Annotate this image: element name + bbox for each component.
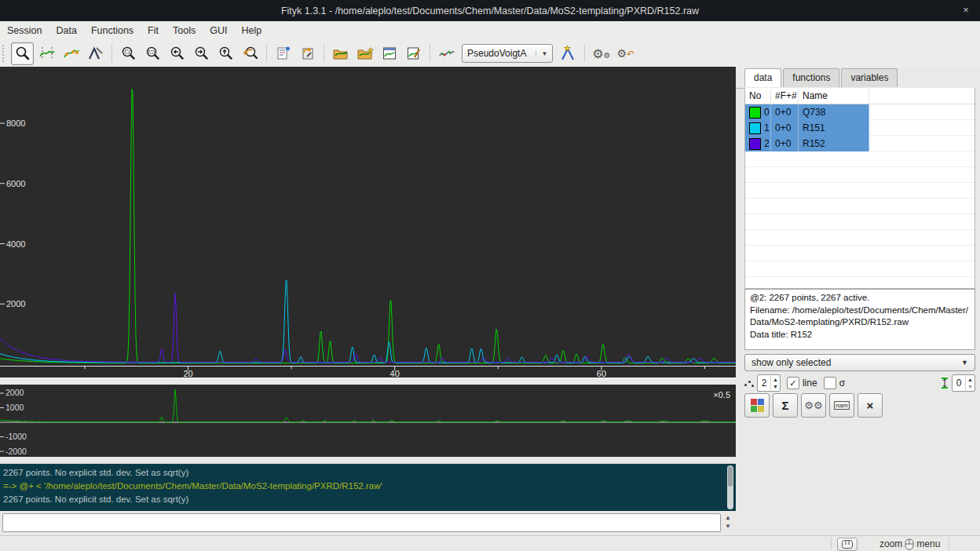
- menu-help[interactable]: Help: [234, 22, 269, 39]
- menu-fit[interactable]: Fit: [141, 22, 166, 39]
- tab-functions[interactable]: functions: [783, 68, 839, 87]
- show-filter-select[interactable]: show only selected ▼: [744, 354, 975, 371]
- zoom-vertical-button[interactable]: [214, 42, 237, 65]
- tab-variables[interactable]: variables: [841, 68, 898, 87]
- spin-up-icon[interactable]: ▲: [773, 376, 778, 383]
- auto-add-peak-button[interactable]: ★: [557, 42, 580, 65]
- add-peak-mode-button[interactable]: [84, 42, 107, 65]
- show-filter-value: show only selected: [751, 357, 831, 368]
- shift-value: 0: [953, 378, 965, 389]
- undo-fit-button[interactable]: ⚙↶: [614, 42, 637, 65]
- script-editor-button[interactable]: [296, 42, 319, 65]
- svg-text:6000: 6000: [6, 179, 25, 188]
- zoom-mode-button[interactable]: [11, 42, 34, 65]
- dataset-color-swatch[interactable]: [749, 107, 761, 119]
- svg-text:-2000: -2000: [5, 447, 27, 456]
- table-row[interactable]: 10+0R151: [745, 120, 975, 136]
- zoom-right-button[interactable]: [190, 42, 213, 65]
- dataset-info-line: Filename: /home/aleplo/test/Documents/Ch…: [750, 305, 970, 317]
- sum-datasets-button[interactable]: Σ: [773, 393, 798, 418]
- sigma-icon: Σ: [781, 399, 788, 412]
- append-data-button[interactable]: ★: [353, 42, 376, 65]
- console-output-line: 2267 points. No explicit std. dev. Set a…: [0, 466, 736, 480]
- rename-icon: nam: [834, 401, 850, 410]
- menu-data[interactable]: Data: [49, 22, 83, 39]
- spin-up-icon[interactable]: ▲: [967, 376, 973, 383]
- svg-text:★: ★: [368, 46, 374, 54]
- previous-zoom-button[interactable]: [239, 42, 261, 65]
- mouse-icon: [905, 538, 914, 550]
- menu-gui[interactable]: GUI: [203, 22, 234, 39]
- spin-down-icon[interactable]: ▼: [773, 383, 778, 390]
- zoom-selection-button[interactable]: [141, 42, 164, 65]
- chevron-down-icon: ▼: [536, 50, 547, 57]
- copy-functions-button[interactable]: ⚙⚙: [801, 393, 826, 418]
- history-down-icon[interactable]: ▼: [723, 522, 733, 531]
- spin-down-icon[interactable]: ▼: [967, 383, 973, 390]
- status-bar: zoom menu: [0, 535, 980, 551]
- sidebar-tabs: datafunctionsvariables: [744, 68, 899, 87]
- gear-undo-icon: ⚙↶: [617, 47, 635, 60]
- output-console: 2267 points. No explicit std. dev. Set a…: [0, 463, 736, 511]
- data-colors-button[interactable]: [744, 393, 770, 418]
- save-session-button[interactable]: [402, 42, 425, 65]
- svg-text:2000: 2000: [6, 299, 25, 308]
- check-icon: ✓: [789, 378, 796, 389]
- trace-R151: [0, 280, 736, 363]
- svg-text:8000: 8000: [6, 119, 25, 128]
- trace-R152: [0, 294, 736, 363]
- gears-copy-icon: ⚙⚙: [804, 400, 822, 411]
- sidebar: datafunctionsvariables No#F+#Name 00+0Q7…: [736, 67, 980, 535]
- table-row[interactable]: 20+0R152: [745, 136, 975, 151]
- window-title: Fityk 1.3.1 - /home/aleplo/test/Document…: [281, 5, 699, 16]
- line-checkbox[interactable]: ✓: [787, 377, 799, 389]
- open-data-button[interactable]: [329, 42, 352, 65]
- svg-text:1000: 1000: [5, 403, 24, 412]
- trace-residual: [0, 389, 736, 422]
- command-input-row: ▲ ▼: [0, 512, 736, 535]
- peak-type-select[interactable]: PseudoVoigtA ▼: [462, 44, 553, 63]
- point-size-spinner[interactable]: 2 ▲▼: [757, 374, 781, 392]
- history-up-icon[interactable]: ▲: [723, 513, 733, 522]
- close-icon[interactable]: ×: [960, 4, 972, 16]
- baseline-mode-button[interactable]: [60, 42, 82, 65]
- chevron-down-icon: ▼: [961, 359, 968, 367]
- delete-dataset-button[interactable]: ×: [858, 393, 883, 418]
- menu-tools[interactable]: Tools: [166, 22, 203, 39]
- sigma-checkbox[interactable]: [824, 377, 836, 389]
- zoom-left-button[interactable]: [166, 42, 188, 65]
- console-scrollbar[interactable]: [727, 465, 733, 509]
- data-list-header: No#F+#Name: [745, 88, 975, 104]
- point-size-icon: [744, 378, 754, 388]
- toolbar-grip[interactable]: [2, 45, 7, 62]
- title-bar: Fityk 1.3.1 - /home/aleplo/test/Document…: [0, 0, 980, 21]
- auxiliary-plot[interactable]: 20001000-1000-2000×0.5: [0, 385, 736, 457]
- mouse-config-button[interactable]: [837, 538, 858, 551]
- data-list-rows[interactable]: 00+0Q73810+0R15120+0R152: [745, 104, 975, 288]
- save-image-button[interactable]: [378, 42, 400, 65]
- mouse-hint: zoom menu: [879, 537, 940, 551]
- column-header: Name: [799, 88, 869, 104]
- plot-style-controls: 2 ▲▼ ✓ line σ 0 ▲▼: [744, 374, 975, 392]
- zoom-all-button[interactable]: [117, 42, 140, 65]
- trace-Q738: [0, 89, 736, 363]
- menu-session[interactable]: Session: [0, 22, 49, 39]
- define-function-button[interactable]: [435, 42, 458, 65]
- shift-spinner[interactable]: 0 ▲▼: [952, 374, 975, 392]
- dataset-color-swatch[interactable]: [749, 122, 761, 134]
- svg-text:-1000: -1000: [5, 432, 27, 441]
- table-row[interactable]: 00+0Q738: [745, 104, 975, 120]
- peak-type-value: PseudoVoigtA: [467, 48, 526, 59]
- run-fit-button[interactable]: ⚙⚙: [590, 42, 612, 65]
- svg-text:20: 20: [183, 369, 192, 378]
- left-click-hint: zoom: [879, 538, 902, 549]
- data-info-button[interactable]: [272, 42, 294, 65]
- main-plot[interactable]: 2000400060008000204060: [0, 67, 736, 378]
- data-range-mode-button[interactable]: [35, 42, 58, 65]
- dataset-info-line: Data title: R152: [750, 329, 970, 341]
- dataset-color-swatch[interactable]: [749, 138, 761, 150]
- command-input[interactable]: [2, 513, 721, 532]
- tab-data[interactable]: data: [744, 68, 781, 87]
- rename-dataset-button[interactable]: nam: [829, 393, 854, 418]
- menu-functions[interactable]: Functions: [84, 22, 141, 39]
